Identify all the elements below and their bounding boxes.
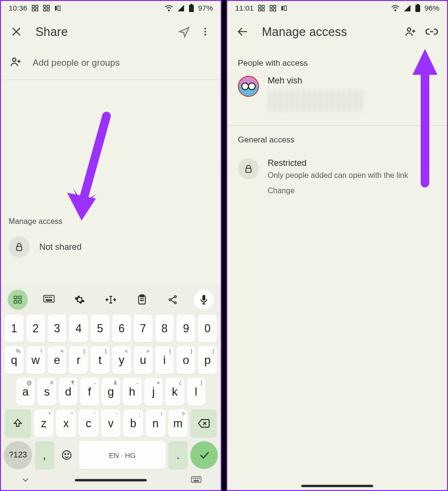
home-pill[interactable] <box>301 485 373 487</box>
avatar <box>238 76 259 97</box>
restricted-row: Restricted Only people added can open wi… <box>227 150 447 200</box>
svg-rect-42 <box>194 480 199 481</box>
battery-icon <box>415 4 421 12</box>
key-p[interactable]: p| <box>198 346 217 374</box>
key-8[interactable]: 8 <box>155 315 174 342</box>
svg-rect-20 <box>14 301 17 304</box>
svg-rect-3 <box>35 9 38 11</box>
redacted-info <box>268 90 364 112</box>
key-symbols[interactable]: ?123 <box>4 441 32 469</box>
key-l[interactable]: l) <box>187 378 205 406</box>
home-pill[interactable] <box>75 479 147 481</box>
svg-rect-5 <box>47 5 49 8</box>
svg-point-9 <box>168 10 169 11</box>
key-period[interactable]: . <box>168 441 188 469</box>
key-q[interactable]: q% <box>5 346 24 374</box>
key-m[interactable]: m? <box>168 409 188 437</box>
key-6[interactable]: 6 <box>112 315 131 342</box>
manage-access-label: Manage access <box>1 217 221 226</box>
key-o[interactable]: o} <box>177 346 195 374</box>
link-icon[interactable] <box>421 21 442 42</box>
key-s[interactable]: s# <box>37 378 56 406</box>
key-i[interactable]: i{ <box>155 346 174 374</box>
svg-rect-11 <box>190 4 192 5</box>
chevron-down-icon[interactable] <box>19 474 32 486</box>
svg-rect-7 <box>47 9 49 11</box>
lock-icon <box>238 158 259 179</box>
key-z[interactable]: z* <box>34 409 54 437</box>
key-d[interactable]: d₹ <box>59 378 77 406</box>
status-icon <box>281 5 287 12</box>
key-3[interactable]: 3 <box>48 315 67 342</box>
key-emoji[interactable] <box>57 441 76 469</box>
key-1[interactable]: 1 <box>5 315 24 342</box>
wifi-icon <box>165 4 173 12</box>
close-icon[interactable] <box>6 21 27 42</box>
nav-bar <box>227 485 447 487</box>
key-enter[interactable] <box>190 441 218 469</box>
clipboard-icon[interactable] <box>132 290 152 310</box>
general-heading: General access <box>227 126 447 150</box>
svg-rect-54 <box>417 4 419 5</box>
person-add-icon[interactable] <box>400 21 421 42</box>
svg-point-36 <box>68 454 69 455</box>
key-u[interactable]: u> <box>134 346 153 374</box>
key-n[interactable]: n! <box>146 409 165 437</box>
svg-rect-43 <box>259 5 261 8</box>
mic-icon[interactable] <box>194 290 214 310</box>
svg-point-55 <box>407 28 411 31</box>
key-f[interactable]: f- <box>80 378 98 406</box>
key-2[interactable]: 2 <box>26 315 45 342</box>
not-shared-row[interactable]: Not shared <box>1 226 221 264</box>
text-select-icon[interactable] <box>101 290 121 310</box>
key-5[interactable]: 5 <box>91 315 109 342</box>
change-link[interactable]: Change <box>268 187 408 195</box>
person-row[interactable]: Meh vish <box>227 73 447 125</box>
key-0[interactable]: 0 <box>198 315 217 342</box>
key-4[interactable]: 4 <box>69 315 88 342</box>
keyboard-layout-icon[interactable] <box>39 290 59 310</box>
status-time: 10:36 <box>9 4 27 12</box>
key-k[interactable]: k( <box>165 378 184 406</box>
keyboard-switch-icon[interactable] <box>190 474 202 486</box>
key-e[interactable]: e= <box>48 346 67 374</box>
svg-point-32 <box>175 302 177 304</box>
key-v[interactable]: v: <box>101 409 121 437</box>
key-9[interactable]: 9 <box>177 315 195 342</box>
key-space[interactable]: EN · HG <box>79 441 166 469</box>
key-x[interactable]: x" <box>56 409 76 437</box>
lock-icon <box>9 236 30 257</box>
key-backspace[interactable] <box>190 409 217 437</box>
svg-point-35 <box>65 454 66 455</box>
key-w[interactable]: w\ <box>26 346 45 374</box>
key-t[interactable]: t] <box>91 346 109 374</box>
svg-point-30 <box>175 296 177 298</box>
status-bar: 10:36 97% <box>1 1 221 14</box>
manage-header: Manage access <box>227 14 447 49</box>
send-icon[interactable] <box>174 21 195 42</box>
keyboard-apps-icon[interactable] <box>8 290 28 310</box>
gear-icon[interactable] <box>70 290 90 310</box>
back-icon[interactable] <box>232 21 253 42</box>
svg-rect-16 <box>17 246 22 250</box>
status-icon <box>269 4 277 12</box>
key-shift[interactable] <box>5 409 31 437</box>
add-people-input[interactable] <box>33 58 212 68</box>
key-a[interactable]: a@ <box>16 378 35 406</box>
share-icon[interactable] <box>163 290 183 310</box>
key-7[interactable]: 7 <box>134 315 153 342</box>
key-b[interactable]: b; <box>123 409 143 437</box>
svg-rect-27 <box>46 300 52 301</box>
key-r[interactable]: r[ <box>69 346 88 374</box>
more-icon[interactable] <box>195 21 216 42</box>
key-comma[interactable]: , <box>35 441 54 469</box>
key-g[interactable]: g& <box>102 378 120 406</box>
svg-rect-44 <box>262 5 264 8</box>
key-c[interactable]: c' <box>79 409 98 437</box>
key-y[interactable]: y< <box>112 346 131 374</box>
keyboard-toolbar <box>4 287 218 315</box>
svg-point-52 <box>395 10 396 11</box>
key-j[interactable]: j+ <box>144 378 163 406</box>
key-h[interactable]: h- <box>123 378 141 406</box>
svg-rect-8 <box>55 6 57 10</box>
